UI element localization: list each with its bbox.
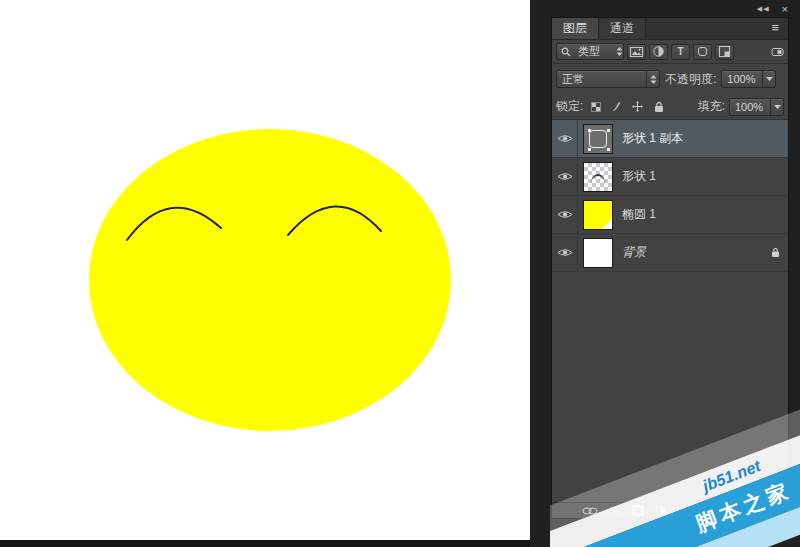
layer-name: 形状 1 副本	[618, 120, 788, 157]
layer-style-icon[interactable]: fx.	[609, 504, 621, 518]
dock-controls: ◀◀ ×	[757, 4, 788, 14]
layer-row-ellipse1[interactable]: 椭圆 1	[552, 196, 788, 234]
tab-channels[interactable]: 通道	[599, 18, 646, 39]
filter-smart-objects-button[interactable]	[715, 44, 734, 60]
lock-all-button[interactable]	[650, 99, 667, 115]
opacity-value: 100%	[722, 73, 762, 85]
blend-opacity-row: 正常 不透明度: 100%	[552, 64, 788, 94]
lock-icon	[771, 247, 780, 258]
fill-select[interactable]: 100%	[729, 98, 784, 116]
layer-thumbnail[interactable]	[583, 200, 613, 230]
application-window: ◀◀ × 图层 通道 ≡ 类型	[0, 0, 800, 547]
panel-tabbar: 图层 通道 ≡	[552, 18, 788, 40]
smiley-face-ellipse	[89, 129, 451, 431]
layer-name: 椭圆 1	[618, 196, 788, 233]
smart-object-icon	[719, 46, 730, 57]
layer-mask-icon[interactable]	[632, 505, 644, 516]
checkerboard-icon	[591, 102, 601, 112]
double-arrow-icon	[646, 71, 659, 87]
collapse-panels-icon[interactable]: ◀◀	[757, 5, 770, 13]
visibility-toggle[interactable]	[552, 196, 578, 233]
filter-shape-layers-button[interactable]	[693, 44, 712, 60]
lock-transparency-button[interactable]	[587, 99, 604, 115]
visibility-toggle[interactable]	[552, 158, 578, 195]
lock-label: 锁定:	[556, 98, 583, 115]
eye-icon	[557, 247, 573, 258]
panel-menu-icon[interactable]: ≡	[762, 18, 788, 39]
new-group-icon[interactable]	[677, 506, 690, 516]
layer-locked-badge	[762, 234, 788, 271]
half-circle-icon	[653, 46, 664, 57]
lock-icon	[654, 101, 664, 113]
opacity-select[interactable]: 100%	[721, 70, 776, 88]
canvas-artwork	[0, 0, 530, 540]
filter-kind-label: 类型	[573, 44, 614, 59]
type-icon: T	[677, 46, 683, 57]
layer-name: 背景	[618, 234, 762, 271]
fill-label: 填充:	[698, 98, 725, 115]
filter-pixel-layers-button[interactable]	[627, 44, 646, 60]
double-arrow-icon	[616, 47, 623, 56]
layer-filter-row: 类型 T	[552, 40, 788, 64]
opacity-label: 不透明度:	[665, 71, 716, 88]
chevron-down-icon	[770, 99, 783, 115]
layers-panel-footer: fx.	[552, 502, 788, 518]
layers-empty-area	[552, 272, 788, 502]
thumbnail-cell	[578, 120, 618, 157]
panel-dock: ◀◀ × 图层 通道 ≡ 类型	[530, 0, 800, 547]
layers-panel: 图层 通道 ≡ 类型	[551, 17, 789, 519]
thumbnail-cell	[578, 234, 618, 271]
thumbnail-cell	[578, 196, 618, 233]
layer-row-shape1-copy[interactable]: 形状 1 副本	[552, 120, 788, 158]
visibility-toggle[interactable]	[552, 120, 578, 157]
eye-icon	[557, 171, 573, 182]
search-icon	[561, 47, 571, 57]
layer-name: 形状 1	[618, 158, 788, 195]
new-layer-icon[interactable]	[701, 505, 711, 516]
eye-icon	[557, 133, 573, 144]
adjustment-layer-icon[interactable]	[655, 505, 666, 516]
filter-type-layers-button[interactable]: T	[671, 44, 690, 60]
layer-row-shape1[interactable]: 形状 1	[552, 158, 788, 196]
lock-pixels-button[interactable]	[608, 99, 625, 115]
layer-row-background[interactable]: 背景	[552, 234, 788, 272]
link-layers-icon[interactable]	[582, 507, 598, 515]
filter-adjustment-layers-button[interactable]	[649, 44, 668, 60]
filter-kind-select[interactable]: 类型	[556, 43, 624, 60]
lock-position-button[interactable]	[629, 99, 646, 115]
thumbnail-cell	[578, 158, 618, 195]
shape-icon	[697, 46, 708, 57]
move-icon	[632, 101, 643, 112]
chevron-down-icon	[762, 71, 775, 87]
eye-icon	[557, 209, 573, 220]
layer-thumbnail[interactable]	[583, 124, 613, 154]
visibility-toggle[interactable]	[552, 234, 578, 271]
lock-fill-row: 锁定:	[552, 94, 788, 120]
document-canvas[interactable]	[0, 0, 530, 540]
fill-value: 100%	[730, 101, 770, 113]
tab-layers[interactable]: 图层	[552, 18, 599, 39]
close-panel-icon[interactable]: ×	[782, 4, 788, 14]
image-icon	[630, 47, 643, 57]
blend-mode-value: 正常	[557, 72, 646, 87]
layer-thumbnail[interactable]	[583, 238, 613, 268]
layer-thumbnail[interactable]	[583, 162, 613, 192]
brush-icon	[611, 101, 622, 112]
blend-mode-select[interactable]: 正常	[556, 70, 660, 88]
delete-layer-icon[interactable]	[722, 505, 732, 516]
filtering-toggle[interactable]	[771, 46, 784, 58]
